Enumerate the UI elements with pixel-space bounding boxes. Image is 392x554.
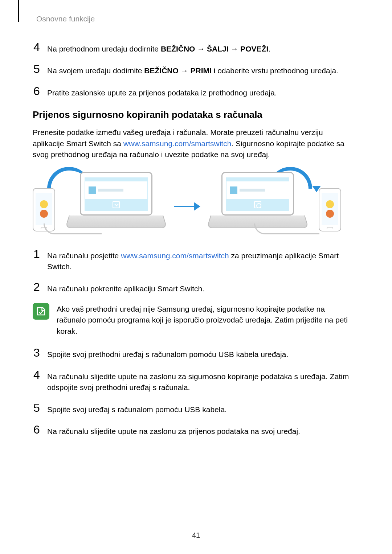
text-part: . bbox=[268, 45, 270, 53]
text-part: → bbox=[229, 45, 241, 53]
step-5: 5 Spojite svoj uređaj s računalom pomoću… bbox=[33, 402, 356, 415]
bold-part: ŠALJI bbox=[207, 45, 229, 53]
text-part: Na prethodnom uređaju dodirnite bbox=[47, 45, 161, 53]
step-number: 1 bbox=[33, 248, 41, 260]
page-content: Osnovne funkcije 4 Na prethodnom uređaju… bbox=[0, 0, 392, 437]
breadcrumb: Osnovne funkcije bbox=[36, 15, 356, 23]
illustration-restore bbox=[211, 168, 341, 234]
note-callout: Ako vaš prethodni uređaj nije Samsung ur… bbox=[33, 303, 356, 337]
step-2: 2 Na računalu pokrenite aplikaciju Smart… bbox=[33, 281, 356, 294]
text-part: Na svojem uređaju dodirnite bbox=[47, 66, 144, 75]
top-step-4: 4 Na prethodnom uređaju dodirnite BEŽIČN… bbox=[33, 41, 356, 54]
text-part: i odaberite vrstu prethodnog uređaja. bbox=[212, 66, 338, 75]
step-number: 5 bbox=[33, 63, 41, 75]
step-4: 4 Na računalu slijedite upute na zaslonu… bbox=[33, 369, 356, 393]
top-steps-list: 4 Na prethodnom uređaju dodirnite BEŽIČN… bbox=[33, 41, 356, 98]
step-number: 4 bbox=[33, 369, 41, 381]
step-text: Na računalu pokrenite aplikaciju Smart S… bbox=[47, 281, 356, 294]
smartswitch-link[interactable]: www.samsung.com/smartswitch bbox=[123, 139, 232, 148]
bold-part: BEŽIČNO bbox=[161, 45, 195, 53]
step-text: Na svojem uređaju dodirnite BEŽIČNO → PR… bbox=[47, 63, 356, 76]
arrow-right-icon bbox=[174, 206, 200, 207]
step-number: 3 bbox=[33, 347, 41, 358]
step-text: Pratite zaslonske upute za prijenos poda… bbox=[47, 85, 356, 98]
subheading: Prijenos sigurnosno kopiranih podataka s… bbox=[33, 109, 356, 120]
text-part: → bbox=[195, 45, 207, 53]
text-part: → bbox=[179, 66, 191, 75]
step-number: 5 bbox=[33, 402, 41, 414]
step-text: Spojite svoj uređaj s računalom pomoću U… bbox=[47, 402, 356, 415]
top-step-5: 5 Na svojem uređaju dodirnite BEŽIČNO → … bbox=[33, 63, 356, 76]
top-step-6: 6 Pratite zaslonske upute za prijenos po… bbox=[33, 85, 356, 98]
usb-cable-icon bbox=[44, 223, 102, 234]
phone-icon bbox=[319, 188, 341, 231]
page-border-mark bbox=[18, 0, 19, 22]
text-part: Na računalu posjetite bbox=[47, 251, 121, 260]
step-3: 3 Spojite svoj prethodni uređaj s računa… bbox=[33, 347, 356, 360]
step-text: Spojite svoj prethodni uređaj s računalo… bbox=[47, 347, 356, 360]
intro-paragraph: Prenesite podatke između vašeg uređaja i… bbox=[33, 127, 356, 160]
step-number: 2 bbox=[33, 281, 41, 293]
step-6: 6 Na računalu slijedite upute na zaslonu… bbox=[33, 424, 356, 437]
bold-part: PRIMI bbox=[190, 66, 211, 75]
illustration-backup bbox=[33, 168, 163, 234]
smartswitch-link[interactable]: www.samsung.com/smartswitch bbox=[121, 251, 229, 260]
usb-cable-icon bbox=[254, 223, 319, 234]
illustration-row bbox=[33, 168, 356, 234]
note-icon bbox=[33, 303, 49, 320]
step-text: Na prethodnom uređaju dodirnite BEŽIČNO … bbox=[47, 41, 356, 54]
bold-part: POVEŽI bbox=[240, 45, 268, 53]
step-text: Na računalu slijedite upute na zaslonu z… bbox=[47, 424, 356, 437]
step-number: 6 bbox=[33, 85, 41, 97]
step-1: 1 Na računalu posjetite www.samsung.com/… bbox=[33, 248, 356, 272]
step-text: Na računalu slijedite upute na zaslonu z… bbox=[47, 369, 356, 393]
bold-part: BEŽIČNO bbox=[144, 66, 179, 75]
note-text: Ako vaš prethodni uređaj nije Samsung ur… bbox=[57, 303, 356, 337]
step-number: 6 bbox=[33, 424, 41, 435]
steps-list: 1 Na računalu posjetite www.samsung.com/… bbox=[33, 248, 356, 437]
step-text: Na računalu posjetite www.samsung.com/sm… bbox=[47, 248, 356, 272]
page-number: 41 bbox=[0, 531, 392, 539]
step-number: 4 bbox=[33, 41, 41, 53]
